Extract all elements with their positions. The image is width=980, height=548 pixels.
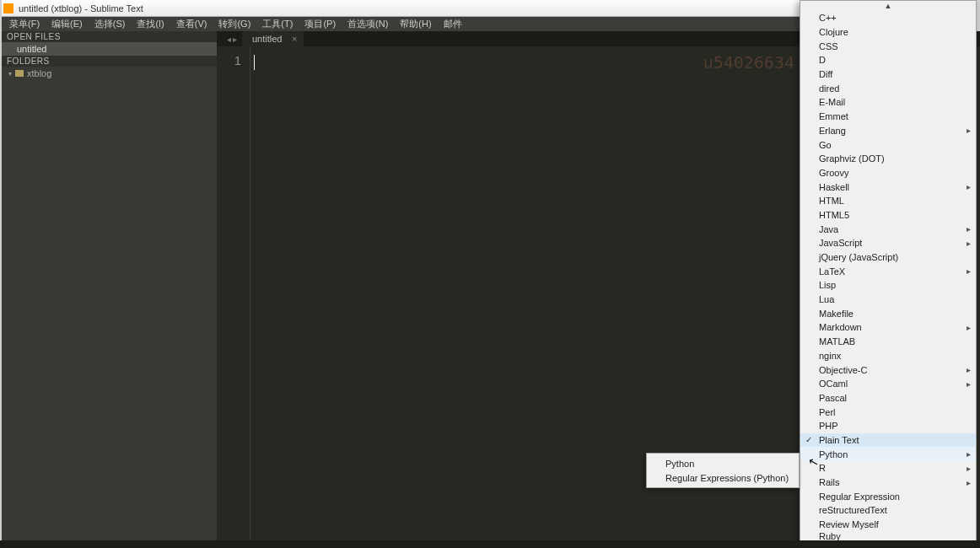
tab-nav-arrows[interactable]: ◂ ▸: [222, 31, 242, 46]
syntax-item-review-myself[interactable]: Review Myself: [800, 518, 976, 532]
syntax-item-label: Emmet: [819, 111, 848, 121]
nav-right-icon[interactable]: ▸: [233, 35, 237, 44]
syntax-item-emmet[interactable]: Emmet: [800, 110, 976, 124]
open-file-item[interactable]: untitled: [0, 42, 217, 56]
submenu-arrow-icon: ▸: [967, 464, 971, 473]
syntax-item-python[interactable]: Python▸: [800, 447, 976, 461]
syntax-item-haskell[interactable]: Haskell▸: [800, 180, 976, 194]
menu-preferences[interactable]: 首选项(N): [342, 17, 394, 31]
menu-mail[interactable]: 邮件: [438, 17, 468, 31]
syntax-item-groovy[interactable]: Groovy: [800, 166, 976, 180]
syntax-item-label: Rails: [819, 477, 839, 487]
syntax-item-pascal[interactable]: Pascal: [800, 391, 976, 406]
menu-view[interactable]: 查看(V): [170, 17, 213, 31]
syntax-item-label: CSS: [819, 41, 838, 51]
syntax-item-rails[interactable]: Rails▸: [800, 475, 976, 490]
menu-scroll-up-icon[interactable]: ▲: [800, 1, 976, 11]
submenu-item-regex-python[interactable]: Regular Expressions (Python): [647, 470, 799, 485]
syntax-item-r[interactable]: R▸: [800, 461, 976, 475]
syntax-item-label: Haskell: [819, 182, 849, 192]
syntax-item-label: Markdown: [819, 322, 862, 332]
syntax-item-label: Lua: [819, 294, 834, 304]
syntax-item-ocaml[interactable]: OCaml▸: [800, 377, 976, 391]
syntax-item-label: Perl: [819, 407, 836, 417]
syntax-item-label: HTML5: [819, 210, 849, 220]
folders-header: FOLDERS: [0, 56, 217, 67]
menu-goto[interactable]: 转到(G): [213, 17, 256, 31]
syntax-item-label: reStructuredText: [819, 505, 887, 515]
open-files-header: OPEN FILES: [0, 31, 217, 42]
menu-help[interactable]: 帮助(H): [394, 17, 437, 31]
submenu-arrow-icon: ▸: [967, 224, 971, 234]
syntax-item-nginx[interactable]: nginx: [800, 349, 976, 363]
menu-edit[interactable]: 编辑(E): [46, 17, 89, 31]
submenu-arrow-icon: ▸: [967, 126, 971, 135]
syntax-item-java[interactable]: Java▸: [800, 222, 976, 236]
submenu-item-python[interactable]: Python: [647, 456, 799, 470]
syntax-item-javascript[interactable]: JavaScript▸: [800, 236, 976, 250]
folder-row[interactable]: ▾ xtblog: [0, 67, 217, 80]
menu-tools[interactable]: 工具(T): [256, 17, 299, 31]
syntax-item-label: PHP: [819, 421, 838, 431]
syntax-item-label: LaTeX: [819, 266, 845, 277]
folder-disclosure-icon[interactable]: ▾: [8, 70, 12, 78]
menu-file[interactable]: 菜单(F): [3, 17, 46, 31]
submenu-arrow-icon: ▸: [967, 449, 971, 459]
gutter: 1: [217, 46, 250, 548]
syntax-item-label: Review Myself: [819, 519, 879, 529]
syntax-item-latex[interactable]: LaTeX▸: [800, 264, 976, 278]
text-cursor: [254, 55, 255, 70]
tab-label: untitled: [252, 34, 282, 44]
sidebar: OPEN FILES untitled FOLDERS ▾ xtblog: [0, 31, 217, 548]
statusbar: [0, 540, 980, 548]
check-icon: ✓: [805, 435, 812, 444]
syntax-item-e-mail[interactable]: E-Mail: [800, 95, 976, 110]
window-title: untitled (xtblog) - Sublime Text: [19, 3, 143, 13]
syntax-item-label: MATLAB: [819, 336, 855, 347]
syntax-item-php[interactable]: PHP: [800, 419, 976, 433]
submenu-arrow-icon: ▸: [967, 478, 971, 487]
menu-find[interactable]: 查找(I): [131, 17, 170, 31]
nav-left-icon[interactable]: ◂: [227, 35, 231, 44]
syntax-item-jquery-javascript-[interactable]: jQuery (JavaScript): [800, 250, 976, 265]
syntax-item-label: Ruby: [819, 531, 841, 540]
syntax-item-makefile[interactable]: Makefile: [800, 306, 976, 320]
syntax-item-label: nginx: [819, 351, 841, 361]
syntax-item-label: HTML: [819, 196, 844, 206]
syntax-item-ruby[interactable]: Ruby: [800, 531, 976, 540]
menu-select[interactable]: 选择(S): [89, 17, 132, 31]
syntax-item-perl[interactable]: Perl: [800, 405, 976, 419]
syntax-item-plain-text[interactable]: ✓Plain Text: [800, 433, 976, 448]
syntax-item-graphviz-dot-[interactable]: Graphviz (DOT): [800, 152, 976, 166]
syntax-item-d[interactable]: D: [800, 53, 976, 67]
syntax-item-lisp[interactable]: Lisp: [800, 278, 976, 293]
syntax-item-erlang[interactable]: Erlang▸: [800, 124, 976, 138]
syntax-item-restructuredtext[interactable]: reStructuredText: [800, 503, 976, 518]
folder-name: xtblog: [27, 68, 51, 78]
tab-untitled[interactable]: untitled ×: [242, 31, 304, 46]
submenu-arrow-icon: ▸: [967, 323, 971, 332]
syntax-item-matlab[interactable]: MATLAB: [800, 335, 976, 349]
syntax-item-html[interactable]: HTML: [800, 194, 976, 208]
syntax-item-label: Regular Expression: [819, 492, 900, 502]
syntax-item-label: Graphviz (DOT): [819, 153, 885, 164]
syntax-item-clojure[interactable]: Clojure: [800, 25, 976, 40]
window-frame-left: [0, 0, 2, 548]
syntax-item-markdown[interactable]: Markdown▸: [800, 320, 976, 335]
syntax-item-label: jQuery (JavaScript): [819, 252, 898, 262]
submenu-arrow-icon: ▸: [967, 239, 971, 248]
syntax-item-c-[interactable]: C++: [800, 11, 976, 25]
syntax-item-label: JavaScript: [819, 238, 862, 248]
syntax-item-objective-c[interactable]: Objective-C▸: [800, 363, 976, 377]
syntax-item-regular-expression[interactable]: Regular Expression: [800, 489, 976, 503]
syntax-item-html5[interactable]: HTML5: [800, 208, 976, 223]
syntax-item-lua[interactable]: Lua: [800, 293, 976, 307]
menu-project[interactable]: 项目(P): [299, 17, 342, 31]
submenu-arrow-icon: ▸: [967, 365, 971, 374]
syntax-item-go[interactable]: Go: [800, 137, 976, 152]
syntax-item-dired[interactable]: dired: [800, 81, 976, 95]
syntax-item-label: Objective-C: [819, 365, 867, 375]
syntax-item-css[interactable]: CSS: [800, 39, 976, 53]
tab-close-icon[interactable]: ×: [292, 34, 297, 44]
syntax-item-diff[interactable]: Diff: [800, 67, 976, 82]
